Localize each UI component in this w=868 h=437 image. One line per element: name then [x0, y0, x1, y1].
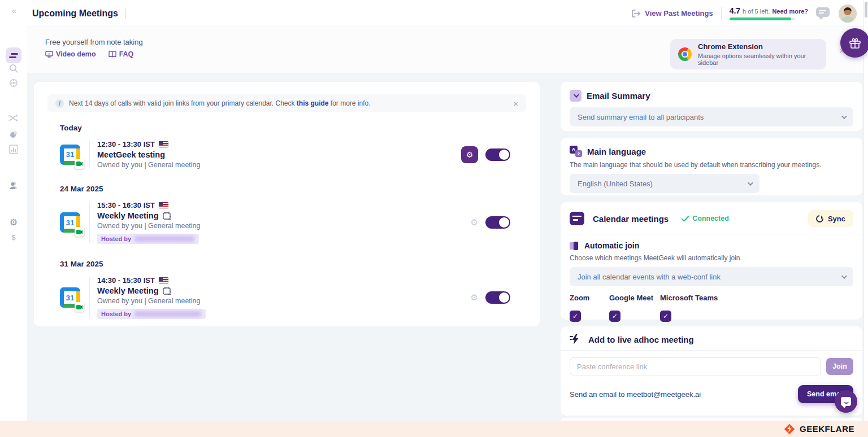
- main-language-card: A2 Main language The main language that …: [561, 138, 862, 195]
- user-avatar[interactable]: [839, 5, 857, 23]
- meeting-time: 15:30 - 16:30 IST: [97, 201, 155, 209]
- sidebar-item-insights[interactable]: [9, 130, 18, 139]
- geekflare-brand-text: GEEKFLARE: [800, 424, 854, 434]
- meeting-settings-icon[interactable]: ⚙: [471, 218, 478, 227]
- google-calendar-icon: 31: [60, 145, 80, 165]
- translate-icon: A2: [570, 146, 582, 157]
- zoom-checkbox[interactable]: ✓: [570, 311, 581, 322]
- chevron-down-icon: [841, 113, 847, 119]
- automatic-join-select[interactable]: Join all calendar events with a web-conf…: [570, 267, 853, 286]
- support-chat-button[interactable]: [835, 390, 857, 413]
- geekflare-logo-icon: [784, 423, 795, 435]
- chrome-logo-icon: [678, 47, 692, 61]
- sidebar-item-recordings[interactable]: [8, 78, 19, 88]
- this-guide-link[interactable]: this guide: [297, 99, 329, 107]
- bar-chart-icon: [9, 145, 19, 154]
- google-calendar-icon: 31: [60, 212, 80, 233]
- video-demo-link[interactable]: Video demo: [45, 50, 96, 58]
- upcoming-meetings-card: i Next 14 days of calls with valid join …: [34, 82, 540, 326]
- us-flag-icon: [159, 141, 168, 147]
- card-divider: [561, 350, 862, 351]
- meeting-row[interactable]: 31 14:30 - 15:30 IST Weekly Meeting Owne…: [60, 272, 526, 324]
- email-summary-select[interactable]: Send summary email to all participants: [570, 107, 853, 126]
- quota-progress-bar: [730, 18, 795, 20]
- sidebar-item-settings[interactable]: ⚙: [10, 217, 18, 228]
- chat-bubble-icon: [841, 397, 851, 406]
- join-button[interactable]: Join: [826, 358, 853, 375]
- sidebar-item-reports[interactable]: [9, 145, 19, 154]
- view-past-meetings-link[interactable]: View Past Meetings: [632, 9, 713, 18]
- row-divider: [89, 202, 90, 243]
- meeting-row[interactable]: 31 12:30 - 13:30 IST MeetGeek testing Ow…: [60, 136, 526, 173]
- calendar-meetings-card: Calendar meetings Connected Sync Automat…: [561, 202, 862, 320]
- top-header: Upcoming Meetings View Past Meetings 4.7…: [27, 0, 863, 27]
- info-icon: i: [55, 99, 64, 108]
- meeting-title: Weekly Meeting: [97, 211, 159, 220]
- chrome-extension-title: Chrome Extension: [698, 42, 818, 51]
- quota-text: h of 5 left.: [743, 8, 770, 15]
- row-divider: [89, 277, 90, 318]
- auto-join-toggle[interactable]: [485, 216, 510, 229]
- chrome-extension-card[interactable]: Chrome Extension Manage options seamless…: [670, 39, 826, 69]
- rewards-gift-button[interactable]: [840, 28, 868, 58]
- banner-title: Free yourself from note taking: [45, 38, 143, 46]
- connected-status: Connected: [682, 215, 729, 222]
- meeting-title: MeetGeek testing: [97, 150, 165, 159]
- conference-link-input[interactable]: [570, 357, 821, 375]
- gear-icon: ⚙: [10, 217, 18, 228]
- google-meet-icon: [75, 302, 84, 312]
- google-calendar-icon: 31: [60, 287, 80, 308]
- adhoc-meeting-card: Add to live adhoc meeting Join Send an e…: [561, 326, 862, 416]
- page-title: Upcoming Meetings: [32, 8, 118, 19]
- gear-icon: ⚙: [466, 151, 474, 159]
- microsoft-teams-checkbox[interactable]: ✓: [660, 311, 671, 322]
- meeting-row[interactable]: 31 15:30 - 16:30 IST Weekly Meeting Owne…: [60, 196, 526, 248]
- person-icon: [9, 181, 18, 190]
- auto-join-toggle[interactable]: [485, 291, 510, 304]
- auto-join-toggle[interactable]: [485, 148, 510, 161]
- calendar-meetings-title: Calendar meetings: [593, 214, 669, 224]
- need-more-link[interactable]: Need more?: [772, 8, 808, 15]
- hosted-by-redacted-name: [134, 311, 201, 317]
- scrollbar-thumb[interactable]: [865, 2, 867, 18]
- exit-arrow-icon: [632, 10, 641, 18]
- chrome-extension-subtitle: Manage options seamlessly within your si…: [698, 53, 818, 66]
- meeting-settings-button[interactable]: ⚙: [461, 146, 478, 163]
- main-language-title: Main language: [587, 147, 646, 156]
- email-summary-title: Email Summary: [587, 91, 650, 100]
- collapse-sidebar-icon[interactable]: «: [12, 6, 15, 15]
- sync-button[interactable]: Sync: [808, 210, 853, 227]
- google-meet-icon: [75, 227, 84, 237]
- row-divider: [89, 141, 90, 168]
- faq-link[interactable]: FAQ: [108, 50, 134, 58]
- main-language-select[interactable]: English (United States): [570, 174, 760, 193]
- notice-close-icon[interactable]: ×: [513, 99, 518, 108]
- meeting-title: Weekly Meeting: [97, 286, 159, 295]
- meeting-meta: Owned by you | General meeting: [97, 161, 201, 169]
- automatic-join-title: Automatic join: [584, 241, 639, 250]
- header-divider: [721, 7, 722, 20]
- sidebar-item-billing[interactable]: $: [11, 233, 15, 242]
- sidebar-item-team[interactable]: [9, 181, 18, 190]
- recurring-meeting-icon: [163, 212, 171, 220]
- google-meet-checkbox[interactable]: ✓: [609, 311, 620, 322]
- sidebar-item-integrations[interactable]: [8, 114, 19, 122]
- notice-text: Next 14 days of calls with valid join li…: [69, 99, 371, 107]
- meeting-time: 14:30 - 15:30 IST: [97, 276, 155, 285]
- feedback-message-icon[interactable]: [816, 7, 831, 20]
- gift-icon: [848, 36, 862, 50]
- sidebar-item-search[interactable]: [8, 63, 19, 73]
- promo-banner: Free yourself from note taking Video dem…: [27, 27, 863, 73]
- automatic-join-icon: [570, 242, 580, 250]
- sidebar-item-meetings[interactable]: [6, 47, 21, 63]
- email-summary-card: Email Summary Send summary email to all …: [561, 82, 862, 131]
- meetings-icon: [11, 53, 18, 55]
- recurring-meeting-icon: [163, 287, 171, 295]
- quota-progress-fill: [730, 18, 791, 20]
- chevron-down-icon: [841, 273, 847, 279]
- automatic-join-description: Choose which meetings MeetGeek will auto…: [570, 254, 853, 262]
- page-scrollbar[interactable]: [863, 0, 868, 421]
- check-icon: [682, 216, 689, 222]
- us-flag-icon: [159, 277, 168, 283]
- meeting-settings-icon[interactable]: ⚙: [471, 294, 478, 302]
